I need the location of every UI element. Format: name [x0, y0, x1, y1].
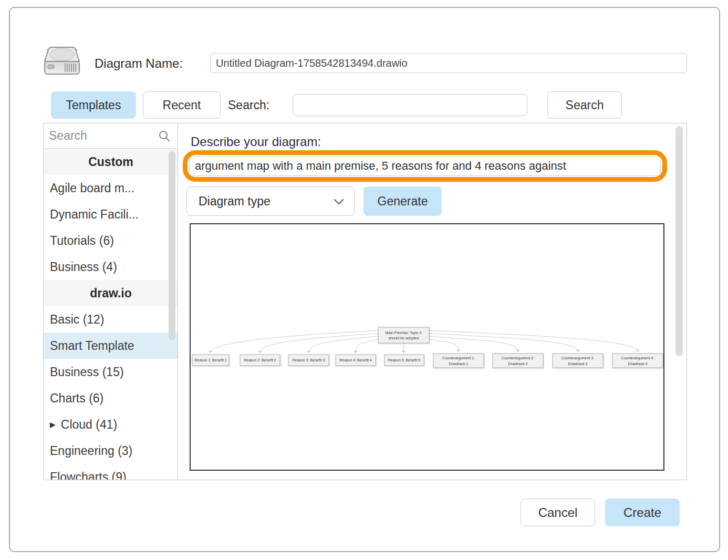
disk-drive-icon: [43, 46, 81, 76]
create-button[interactable]: Create: [605, 499, 680, 526]
preview-node: Reason 1: Benefit 1: [192, 355, 229, 366]
preview-edge: [211, 330, 378, 352]
sidebar-item-business-15[interactable]: Business (15): [44, 359, 178, 385]
preview-node-label: Reason 2: Benefit 2: [244, 358, 276, 362]
tab-recent[interactable]: Recent: [143, 91, 221, 119]
tabs-search-label: Search:: [228, 95, 269, 115]
describe-diagram-label: Describe your diagram:: [191, 133, 321, 151]
sidebar-item-label: Engineering (3): [50, 444, 132, 458]
preview-node: Counterargument 4:Drawback 4: [612, 354, 663, 368]
diagram-preview-canvas: Main Premise: Topic Xshould be adoptedRe…: [190, 223, 664, 471]
sidebar-item-basic-12[interactable]: Basic (12): [44, 306, 178, 333]
sidebar-item-flowcharts-9[interactable]: Flowcharts (9): [44, 464, 178, 480]
preview-node-label: Drawback 3: [568, 362, 588, 366]
chevron-down-icon: [333, 197, 345, 206]
new-diagram-dialog: Diagram Name: Templates Recent Search: S…: [9, 7, 720, 552]
preview-node: Reason 5: Benefit 5: [384, 355, 424, 366]
sidebar-item-label: Flowcharts (9): [50, 470, 127, 481]
sidebar-search: [44, 123, 178, 149]
sidebar-item-charts-6[interactable]: Charts (6): [44, 385, 178, 411]
sidebar-item-label: Basic (12): [50, 313, 105, 327]
sidebar-item-label: Agile board m...: [50, 181, 134, 195]
preview-node-label: Drawback 2: [508, 362, 528, 366]
tabs-search-button[interactable]: Search: [547, 91, 622, 119]
preview-node: Counterargument 2:Drawback 2: [493, 354, 543, 368]
describe-diagram-input[interactable]: [189, 156, 661, 176]
preview-node-label: Reason 3: Benefit 3: [293, 358, 325, 362]
sidebar-item-label: Business (4): [50, 260, 117, 274]
sidebar-item-label: Business (15): [50, 365, 124, 379]
preview-edge: [429, 339, 459, 351]
preview-node-label: Counterargument 2:: [502, 356, 534, 360]
preview-edge: [309, 336, 379, 352]
generate-button[interactable]: Generate: [363, 186, 442, 216]
template-panel: CustomAgile board m...Dynamic Facili...T…: [43, 123, 687, 480]
argument-map-preview: Main Premise: Topic Xshould be adoptedRe…: [191, 224, 663, 470]
tabs-search-input[interactable]: [293, 94, 527, 116]
expand-arrow-icon[interactable]: ▶: [50, 420, 56, 429]
preview-node-label: Drawback 1: [449, 362, 469, 366]
preview-edge: [429, 333, 578, 351]
highlight-annotation: [183, 150, 667, 182]
preview-node: Counterargument 1:Drawback 1: [433, 354, 484, 368]
preview-edge: [429, 330, 638, 351]
sidebar-item-agile-board-m[interactable]: Agile board m...: [44, 175, 178, 201]
diagram-type-select[interactable]: Diagram type: [186, 186, 355, 216]
sidebar-item-engineering-3[interactable]: Engineering (3): [44, 438, 178, 464]
preview-node-label: Reason 5: Benefit 5: [388, 358, 421, 362]
preview-node: Reason 4: Benefit 4: [336, 355, 376, 366]
sidebar-item-business-4[interactable]: Business (4): [44, 254, 178, 280]
cancel-button[interactable]: Cancel: [521, 499, 595, 526]
preview-edge: [356, 339, 378, 352]
preview-node-label: Reason 1: Benefit 1: [194, 358, 227, 362]
preview-node: Reason 3: Benefit 3: [288, 355, 329, 366]
sidebar-item-smart-template[interactable]: Smart Template: [44, 333, 178, 359]
preview-node-label: should be adopted: [389, 336, 419, 340]
preview-node-label: Drawback 4: [628, 362, 648, 366]
search-icon: [158, 130, 171, 142]
preview-edge: [260, 333, 378, 352]
preview-node: Reason 2: Benefit 2: [240, 355, 280, 366]
sidebar-item-cloud-41[interactable]: ▶Cloud (41): [44, 411, 178, 438]
preview-node-label: Reason 4: Benefit 4: [339, 358, 372, 362]
preview-node-label: Main Premise: Topic X: [386, 331, 422, 335]
sidebar-scrollbar[interactable]: [169, 151, 175, 340]
sidebar-list: CustomAgile board m...Dynamic Facili...T…: [44, 149, 178, 480]
sidebar-item-tutorials-6[interactable]: Tutorials (6): [44, 227, 178, 254]
sidebar-header-draw-io: draw.io: [44, 280, 178, 306]
diagram-name-label: Diagram Name:: [95, 54, 183, 73]
sidebar-item-label: Charts (6): [50, 391, 103, 406]
preview-node-label: Counterargument 3:: [561, 356, 594, 360]
sidebar-item-label: Dynamic Facili...: [50, 208, 139, 222]
sidebar-item-dynamic-facili[interactable]: Dynamic Facili...: [44, 201, 178, 227]
diagram-type-value: Diagram type: [199, 194, 271, 209]
diagram-name-input[interactable]: [210, 53, 687, 73]
sidebar-item-label: Cloud (41): [61, 418, 117, 432]
preview-node-label: Counterargument 4:: [621, 356, 654, 360]
content-scrollbar[interactable]: [675, 126, 683, 356]
preview-node-label: Counterargument 1:: [442, 356, 475, 360]
sidebar-item-label: Tutorials (6): [50, 234, 114, 248]
sidebar-item-label: Custom: [88, 155, 133, 169]
tab-templates[interactable]: Templates: [51, 91, 136, 119]
template-sidebar: CustomAgile board m...Dynamic Facili...T…: [44, 123, 178, 480]
sidebar-item-label: Smart Template: [50, 339, 134, 353]
sidebar-item-label: draw.io: [90, 286, 132, 300]
sidebar-header-custom: Custom: [44, 149, 178, 175]
preview-edge: [429, 336, 518, 351]
preview-node: Counterargument 3:Drawback 3: [553, 354, 603, 368]
preview-node: Main Premise: Topic Xshould be adopted: [378, 327, 429, 343]
